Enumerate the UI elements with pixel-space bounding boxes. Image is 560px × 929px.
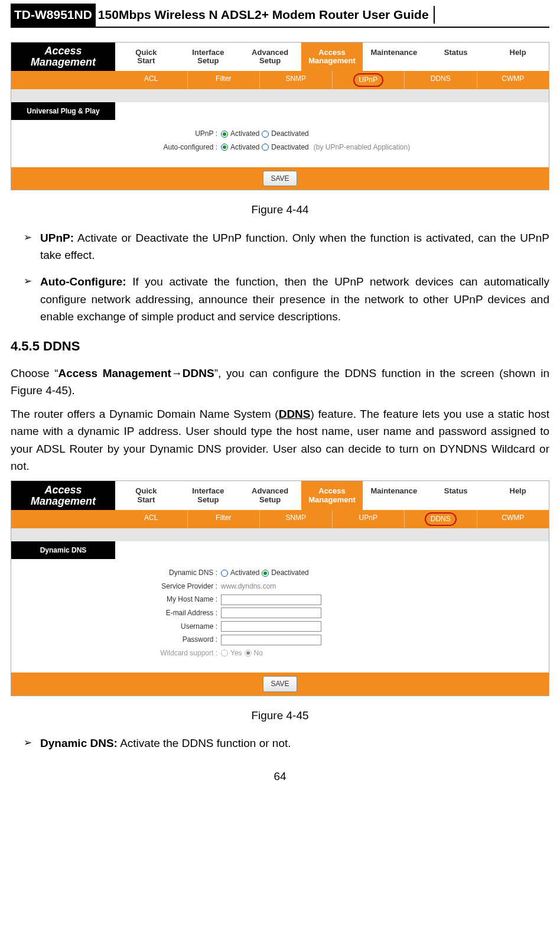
subtab-ddns[interactable]: DDNS: [404, 71, 477, 89]
password-label: Password :: [11, 634, 221, 645]
para-ddns-desc: The router offers a Dynamic Domain Name …: [11, 405, 549, 475]
save-button[interactable]: SAVE: [263, 171, 297, 187]
arrow-bullet-icon: ➢: [24, 735, 32, 752]
auto-note: (by UPnP-enabled Application): [314, 142, 410, 153]
tab-interface-setup[interactable]: InterfaceSetup: [177, 43, 239, 72]
page-number: 64: [11, 768, 549, 785]
subtab-cwmp[interactable]: CWMP: [477, 510, 549, 528]
tab-quick-start[interactable]: QuickStart: [115, 481, 177, 510]
ddns-deactivated-label: Deactivated: [271, 567, 308, 579]
ui-breadcrumb-label: Access Management: [11, 481, 115, 510]
provider-value: www.dyndns.com: [221, 581, 276, 592]
ddns-label: Dynamic DNS :: [11, 567, 221, 579]
auto-activated-radio[interactable]: [221, 144, 228, 151]
doc-title: 150Mbps Wireless N ADSL2+ Modem Router U…: [96, 5, 434, 25]
product-model: TD-W8951ND: [11, 4, 96, 27]
bullet-list-2: ➢ Dynamic DNS: Activate the DDNS functio…: [24, 735, 549, 752]
tab-advanced-setup[interactable]: AdvancedSetup: [239, 43, 301, 72]
ddns-form: Dynamic DNS : Activated Deactivated Serv…: [11, 559, 549, 673]
subtab-ddns[interactable]: DDNS: [404, 510, 477, 528]
upnp-label: UPnP :: [11, 128, 221, 139]
section-title-upnp: Universal Plug & Play: [11, 102, 115, 121]
wildcard-label: Wildcard support :: [11, 648, 221, 659]
tab-status[interactable]: Status: [425, 481, 487, 510]
subtab-snmp[interactable]: SNMP: [259, 510, 332, 528]
auto-activated-label: Activated: [230, 142, 259, 153]
host-label: My Host Name :: [11, 594, 221, 605]
subtab-filter[interactable]: Filter: [187, 71, 260, 89]
wildcard-yes-radio[interactable]: [221, 649, 228, 657]
subtab-cwmp[interactable]: CWMP: [477, 71, 549, 89]
subtab-acl[interactable]: ACL: [115, 510, 187, 528]
subtab-snmp[interactable]: SNMP: [259, 71, 332, 89]
page-header: TD-W8951ND 150Mbps Wireless N ADSL2+ Mod…: [11, 0, 549, 28]
ddns-deactivated-radio[interactable]: [262, 570, 269, 577]
upnp-deactivated-radio[interactable]: [262, 131, 269, 138]
tab-quick-start[interactable]: QuickStart: [115, 43, 177, 72]
host-input[interactable]: [221, 595, 321, 605]
upnp-form: UPnP : Activated Deactivated Auto-config…: [11, 120, 549, 167]
bullet-list-1: ➢ UPnP: Activate or Deactivate the UPnP …: [24, 229, 549, 326]
header-divider: [434, 6, 435, 24]
ddns-activated-radio[interactable]: [221, 570, 228, 577]
wildcard-no-radio[interactable]: [245, 649, 252, 657]
figure-4-45-caption: Figure 4-45: [11, 707, 549, 724]
save-row: SAVE: [11, 673, 549, 696]
tab-access-management[interactable]: AccessManagement: [301, 481, 363, 510]
tab-help[interactable]: Help: [487, 481, 549, 510]
tab-access-management[interactable]: AccessManagement: [301, 43, 363, 72]
tab-advanced-setup[interactable]: AdvancedSetup: [239, 481, 301, 510]
tab-interface-setup[interactable]: InterfaceSetup: [177, 481, 239, 510]
bullet-auto-configure: ➢ Auto-Configure: If you activate the fu…: [24, 273, 549, 325]
section-title-ddns: Dynamic DNS: [11, 541, 115, 560]
email-label: E-mail Address :: [11, 608, 221, 619]
tab-status[interactable]: Status: [425, 43, 487, 72]
arrow-bullet-icon: ➢: [24, 273, 32, 325]
tab-help[interactable]: Help: [487, 43, 549, 72]
main-tabs-row: Access Management QuickStart InterfaceSe…: [11, 481, 549, 510]
upnp-deactivated-label: Deactivated: [271, 128, 308, 139]
upnp-activated-radio[interactable]: [221, 131, 228, 138]
gray-strip: [11, 89, 549, 102]
save-button[interactable]: SAVE: [263, 676, 297, 692]
subtab-upnp[interactable]: UPnP: [332, 510, 405, 528]
email-input[interactable]: [221, 608, 321, 618]
figure-4-44-screenshot: Access Management QuickStart InterfaceSe…: [11, 42, 549, 191]
heading-455-ddns: 4.5.5 DDNS: [11, 336, 549, 356]
wildcard-yes-label: Yes: [230, 648, 242, 659]
username-label: Username :: [11, 621, 221, 632]
auto-deactivated-radio[interactable]: [262, 144, 269, 151]
save-row: SAVE: [11, 167, 549, 190]
figure-4-44-caption: Figure 4-44: [11, 201, 549, 218]
gray-strip: [11, 528, 549, 541]
subtab-filter[interactable]: Filter: [187, 510, 260, 528]
upnp-activated-label: Activated: [230, 128, 259, 139]
bullet-upnp: ➢ UPnP: Activate or Deactivate the UPnP …: [24, 229, 549, 264]
para-choose-ddns: Choose “Access Management→DDNS”, you can…: [11, 365, 549, 399]
figure-4-45-screenshot: Access Management QuickStart InterfaceSe…: [11, 480, 549, 696]
ddns-activated-label: Activated: [230, 567, 259, 579]
auto-deactivated-label: Deactivated: [271, 142, 308, 153]
bullet-dynamic-dns: ➢ Dynamic DNS: Activate the DDNS functio…: [24, 735, 549, 752]
arrow-bullet-icon: ➢: [24, 229, 32, 264]
subtab-upnp[interactable]: UPnP: [332, 71, 405, 89]
password-input[interactable]: [221, 635, 321, 645]
sub-tabs-row: ACL Filter SNMP UPnP DDNS CWMP: [11, 510, 549, 528]
sub-tabs-row: ACL Filter SNMP UPnP DDNS CWMP: [11, 71, 549, 89]
username-input[interactable]: [221, 621, 321, 632]
tab-maintenance[interactable]: Maintenance: [363, 481, 425, 510]
main-tabs-row: Access Management QuickStart InterfaceSe…: [11, 43, 549, 72]
subtab-acl[interactable]: ACL: [115, 71, 187, 89]
auto-configured-label: Auto-configured :: [11, 142, 221, 153]
ui-breadcrumb-label: Access Management: [11, 43, 115, 72]
wildcard-no-label: No: [254, 648, 263, 659]
tab-maintenance[interactable]: Maintenance: [363, 43, 425, 72]
provider-label: Service Provider :: [11, 581, 221, 592]
